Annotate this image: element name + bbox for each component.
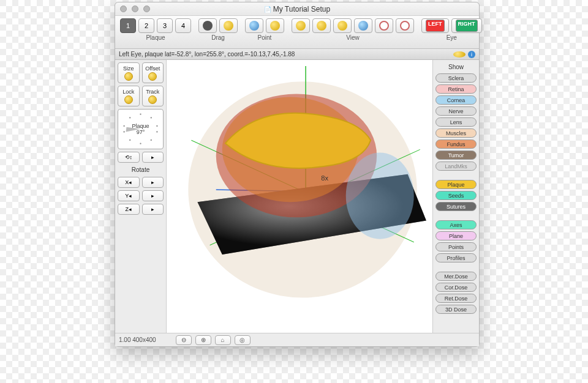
toolbar-label-view: View: [346, 34, 360, 41]
drag-orbit-button[interactable]: [198, 18, 217, 33]
rotate-z-left[interactable]: Z ◂: [118, 204, 140, 215]
toolbar-group-eye: LEFT RIGHT Eye: [421, 18, 482, 41]
show-toggle-nerve[interactable]: Nerve: [435, 106, 477, 116]
show-toggle-retina[interactable]: Retina: [435, 84, 477, 94]
view-icon: [379, 21, 389, 31]
svg-marker-10: [126, 127, 140, 132]
zoom-in-button[interactable]: ⊕: [195, 335, 211, 345]
show-toggle-seeds[interactable]: Seeds: [435, 191, 477, 200]
show-toggle-lens[interactable]: Lens: [435, 117, 477, 127]
view-2-button[interactable]: [312, 18, 331, 33]
eye-left-icon: LEFT: [426, 20, 445, 32]
toolbar: 1 2 3 4 Plaque Drag Point: [115, 16, 479, 49]
point-2-button[interactable]: [266, 18, 284, 33]
view-3-button[interactable]: [333, 18, 352, 33]
drag-rotate-button[interactable]: [219, 18, 238, 33]
show-toggle-tumor[interactable]: Tumor: [435, 151, 477, 160]
toolbar-label-eye: Eye: [447, 34, 457, 41]
show-toggle-plane[interactable]: Plane: [435, 231, 477, 240]
view-icon: [358, 21, 368, 31]
point-1-button[interactable]: [245, 18, 263, 33]
rotate-y-right[interactable]: ▸: [142, 190, 164, 201]
size-icon: [124, 72, 133, 81]
svg-point-2: [156, 125, 157, 127]
plaque-3-button[interactable]: 3: [157, 18, 173, 33]
rotate-x-right[interactable]: ▸: [142, 177, 164, 188]
track-icon: [148, 95, 157, 104]
close-button[interactable]: [120, 6, 127, 12]
status-text: Left Eye, plaque lat=-52.8°, lon=255.8°,…: [119, 51, 295, 58]
minimize-button[interactable]: [132, 6, 138, 12]
show-toggle-cordose[interactable]: Cor.Dose: [435, 283, 477, 292]
svg-text:8x: 8x: [321, 174, 328, 182]
compass-play-button[interactable]: ▸: [142, 152, 164, 163]
view-1-button[interactable]: [292, 18, 310, 33]
rotate-z-right[interactable]: ▸: [142, 204, 164, 215]
show-toggle-merdose[interactable]: Mer.Dose: [435, 272, 477, 281]
zoom-out-button[interactable]: ⊖: [176, 335, 192, 345]
view-icon: [317, 21, 326, 31]
right-panel: Show ScleraRetinaCorneaNerveLensMusclesF…: [432, 60, 479, 333]
reset-icon: ⟲↕: [125, 154, 133, 160]
show-toggle-points[interactable]: Points: [435, 242, 477, 251]
eye-left-button[interactable]: LEFT: [421, 18, 449, 33]
point-icon: [249, 21, 259, 31]
svg-point-7: [123, 131, 124, 132]
toolbar-label-point: Point: [258, 34, 272, 41]
show-toggle-fundus[interactable]: Fundus: [435, 139, 477, 149]
show-toggle-profiles[interactable]: Profiles: [435, 253, 477, 262]
toolbar-group-view: View: [292, 18, 414, 41]
svg-point-9: [129, 117, 130, 118]
show-toggle-plaque[interactable]: Plaque: [435, 180, 477, 189]
svg-point-6: [129, 139, 130, 141]
left-panel: Size Offset Lock Track Plaque 97° ⟲↕ ▸ R…: [115, 60, 167, 333]
view-5-button[interactable]: [375, 18, 393, 33]
toolbar-label-drag: Drag: [211, 34, 225, 41]
home-button[interactable]: ⌂: [215, 335, 231, 345]
rotate-x-left[interactable]: X ◂: [118, 177, 140, 188]
track-button[interactable]: Track: [142, 86, 164, 106]
compass-reset-button[interactable]: ⟲↕: [118, 152, 140, 163]
view-6-button[interactable]: [396, 18, 414, 33]
offset-button[interactable]: Offset: [142, 62, 164, 83]
svg-point-5: [140, 143, 141, 144]
svg-point-4: [151, 139, 152, 141]
show-toggle-sutures[interactable]: Sutures: [435, 202, 477, 211]
view-icon: [296, 21, 306, 31]
size-button[interactable]: Size: [118, 62, 140, 83]
toolbar-label-plaque: Plaque: [146, 34, 165, 41]
zoom-button[interactable]: [143, 6, 150, 12]
show-toggle-retdose[interactable]: Ret.Dose: [435, 294, 477, 303]
plaque-compass[interactable]: Plaque 97°: [118, 109, 164, 149]
show-header: Show: [435, 62, 477, 72]
show-toggle-sclera[interactable]: Sclera: [435, 73, 477, 83]
show-toggle-3ddose[interactable]: 3D Dose: [435, 305, 477, 314]
show-toggle-landmks[interactable]: LandMks: [435, 162, 477, 171]
info-icon[interactable]: i: [468, 51, 475, 58]
app-window: My Tutorial Setup 1 2 3 4 Plaque Drag: [115, 2, 480, 347]
eye-right-button[interactable]: RIGHT: [451, 18, 482, 33]
svg-point-20: [346, 152, 414, 239]
toolbar-group-drag: Drag: [198, 18, 238, 41]
view-4-button[interactable]: [354, 18, 372, 33]
viewport-3d[interactable]: 8x: [167, 60, 432, 333]
fit-button[interactable]: ◎: [235, 335, 251, 345]
titlebar: My Tutorial Setup: [115, 2, 479, 16]
status-bar: Left Eye, plaque lat=-52.8°, lon=255.8°,…: [115, 49, 479, 60]
lock-button[interactable]: Lock: [118, 86, 140, 106]
svg-point-1: [151, 117, 152, 118]
show-toggle-axes[interactable]: Axes: [435, 220, 477, 229]
view-icon: [400, 21, 410, 31]
show-toggle-muscles[interactable]: Muscles: [435, 128, 477, 138]
point-icon: [270, 21, 280, 31]
plaque-4-button[interactable]: 4: [175, 18, 191, 33]
plaque-2-button[interactable]: 2: [138, 18, 154, 33]
toolbar-group-plaque: 1 2 3 4 Plaque: [120, 18, 191, 41]
rotate-icon: [224, 21, 233, 31]
show-toggle-cornea[interactable]: Cornea: [435, 95, 477, 105]
play-icon: ▸: [151, 154, 154, 160]
status-icon: [453, 51, 466, 58]
rotate-y-left[interactable]: Y ◂: [118, 190, 140, 201]
plaque-1-button[interactable]: 1: [120, 18, 136, 33]
offset-icon: [148, 72, 157, 81]
